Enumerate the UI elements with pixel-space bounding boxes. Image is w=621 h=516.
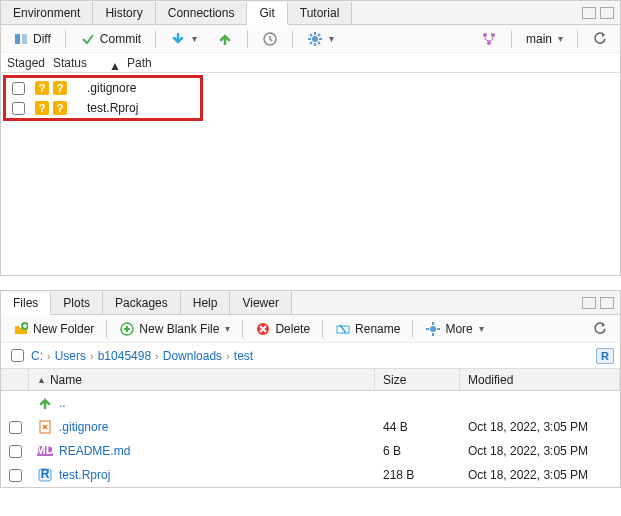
commit-button[interactable]: Commit bbox=[74, 29, 147, 49]
crumb[interactable]: Users bbox=[55, 349, 86, 363]
minimize-pane-button[interactable] bbox=[582, 7, 596, 19]
col-name[interactable]: ▲Name bbox=[29, 369, 375, 390]
file-name[interactable]: .gitignore bbox=[59, 420, 108, 434]
col-staged[interactable]: Staged bbox=[7, 56, 53, 70]
tab-files[interactable]: Files bbox=[1, 292, 51, 315]
git-file-icon bbox=[37, 419, 53, 435]
col-size[interactable]: Size bbox=[375, 369, 460, 390]
refresh-button[interactable] bbox=[586, 29, 614, 49]
file-name[interactable]: test.Rproj bbox=[59, 468, 110, 482]
history-button[interactable] bbox=[256, 29, 284, 49]
sort-asc-icon: ▲ bbox=[109, 59, 121, 73]
tab-viewer[interactable]: Viewer bbox=[230, 292, 291, 314]
git-row[interactable]: ? ? .gitignore bbox=[6, 78, 200, 98]
diff-label: Diff bbox=[33, 32, 51, 46]
svg-point-13 bbox=[491, 33, 495, 37]
file-row[interactable]: R test.Rproj 218 B Oct 18, 2022, 3:05 PM bbox=[1, 463, 620, 487]
chevron-right-icon: › bbox=[47, 350, 51, 362]
tab-git[interactable]: Git bbox=[247, 2, 287, 25]
delete-button[interactable]: Delete bbox=[249, 319, 316, 339]
file-size: 6 B bbox=[375, 444, 460, 458]
file-name[interactable]: .. bbox=[59, 396, 66, 410]
git-file-name: test.Rproj bbox=[87, 101, 138, 115]
tab-packages[interactable]: Packages bbox=[103, 292, 181, 314]
diff-icon bbox=[13, 31, 29, 47]
git-file-name: .gitignore bbox=[87, 81, 136, 95]
branch-label: main bbox=[526, 32, 552, 46]
maximize-pane-button[interactable] bbox=[600, 297, 614, 309]
tab-connections[interactable]: Connections bbox=[156, 2, 248, 24]
svg-line-11 bbox=[318, 34, 320, 36]
file-row[interactable]: .gitignore 44 B Oct 18, 2022, 3:05 PM bbox=[1, 415, 620, 439]
new-blank-label: New Blank File bbox=[139, 322, 219, 336]
tab-plots[interactable]: Plots bbox=[51, 292, 103, 314]
diff-button[interactable]: Diff bbox=[7, 29, 57, 49]
rename-button[interactable]: Rename bbox=[329, 319, 406, 339]
file-size: 218 B bbox=[375, 468, 460, 482]
git-toolbar: Diff Commit ▾ bbox=[1, 25, 620, 53]
svg-text:R: R bbox=[41, 468, 50, 481]
col-status[interactable]: Status bbox=[53, 56, 103, 70]
crumb[interactable]: Downloads bbox=[163, 349, 222, 363]
chevron-right-icon: › bbox=[226, 350, 230, 362]
stage-checkbox[interactable] bbox=[12, 82, 25, 95]
pane-window-controls bbox=[582, 7, 620, 19]
tab-history[interactable]: History bbox=[93, 2, 155, 24]
more-files-button[interactable]: More ▾ bbox=[419, 319, 489, 339]
col-path[interactable]: ▲ Path bbox=[103, 56, 620, 70]
branch-select[interactable]: main ▾ bbox=[520, 30, 569, 48]
git-pane: Environment History Connections Git Tuto… bbox=[0, 0, 621, 276]
maximize-pane-button[interactable] bbox=[600, 7, 614, 19]
svg-text:MD: MD bbox=[37, 444, 53, 457]
refresh-files-button[interactable] bbox=[586, 319, 614, 339]
file-modified: Oct 18, 2022, 3:05 PM bbox=[460, 468, 620, 482]
md-file-icon: MD bbox=[37, 443, 53, 459]
row-checkbox[interactable] bbox=[9, 445, 22, 458]
dropdown-icon: ▾ bbox=[329, 33, 334, 44]
refresh-icon bbox=[592, 321, 608, 337]
branch-graph-button[interactable] bbox=[475, 29, 503, 49]
dropdown-icon: ▾ bbox=[192, 33, 197, 44]
git-row[interactable]: ? ? test.Rproj bbox=[6, 98, 200, 118]
file-modified: Oct 18, 2022, 3:05 PM bbox=[460, 420, 620, 434]
file-name[interactable]: README.md bbox=[59, 444, 130, 458]
crumb[interactable]: C: bbox=[31, 349, 43, 363]
clock-icon bbox=[262, 31, 278, 47]
file-size: 44 B bbox=[375, 420, 460, 434]
bottom-tabbar: Files Plots Packages Help Viewer bbox=[1, 291, 620, 315]
svg-line-10 bbox=[310, 42, 312, 44]
svg-point-14 bbox=[487, 41, 491, 45]
delete-label: Delete bbox=[275, 322, 310, 336]
new-folder-button[interactable]: New Folder bbox=[7, 319, 100, 339]
refresh-icon bbox=[592, 31, 608, 47]
col-modified[interactable]: Modified bbox=[460, 369, 620, 390]
tab-environment[interactable]: Environment bbox=[1, 2, 93, 24]
status-unknown-icon: ? bbox=[35, 101, 49, 115]
pane-window-controls bbox=[582, 297, 620, 309]
more-label: More bbox=[445, 322, 472, 336]
rproj-badge[interactable]: R bbox=[596, 348, 614, 364]
more-git-button[interactable]: ▾ bbox=[301, 29, 340, 49]
tab-help[interactable]: Help bbox=[181, 292, 231, 314]
files-pane: Files Plots Packages Help Viewer New Fol… bbox=[0, 290, 621, 488]
row-checkbox[interactable] bbox=[9, 469, 22, 482]
new-blank-file-button[interactable]: New Blank File ▾ bbox=[113, 319, 236, 339]
row-checkbox[interactable] bbox=[9, 421, 22, 434]
dropdown-icon: ▾ bbox=[479, 323, 484, 334]
pull-button[interactable]: ▾ bbox=[164, 29, 203, 49]
crumb[interactable]: test bbox=[234, 349, 253, 363]
crumb[interactable]: b1045498 bbox=[98, 349, 151, 363]
select-all-checkbox[interactable] bbox=[11, 349, 24, 362]
rename-label: Rename bbox=[355, 322, 400, 336]
file-row[interactable]: MD README.md 6 B Oct 18, 2022, 3:05 PM bbox=[1, 439, 620, 463]
file-row-up[interactable]: .. bbox=[1, 391, 620, 415]
folder-plus-icon bbox=[13, 321, 29, 337]
new-folder-label: New Folder bbox=[33, 322, 94, 336]
svg-line-9 bbox=[318, 42, 320, 44]
chevron-right-icon: › bbox=[155, 350, 159, 362]
stage-checkbox[interactable] bbox=[12, 102, 25, 115]
minimize-pane-button[interactable] bbox=[582, 297, 596, 309]
push-button[interactable] bbox=[211, 29, 239, 49]
tab-tutorial[interactable]: Tutorial bbox=[288, 2, 353, 24]
commit-label: Commit bbox=[100, 32, 141, 46]
